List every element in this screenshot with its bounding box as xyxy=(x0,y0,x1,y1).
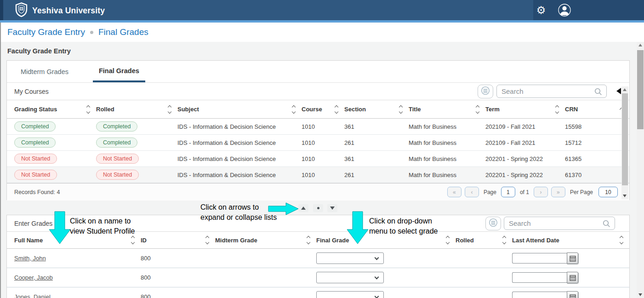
column-header-last-attend-date[interactable]: Last Attend Date xyxy=(512,236,629,244)
column-header-term[interactable]: Term xyxy=(485,106,565,113)
calendar-button[interactable] xyxy=(567,252,578,264)
student-name-link[interactable]: Smith, John xyxy=(14,255,46,262)
collapse-list-button[interactable] xyxy=(327,204,337,212)
prev-page-button[interactable]: ‹ xyxy=(465,187,479,197)
last-attend-date-input[interactable] xyxy=(512,272,567,283)
grades-grid-button[interactable] xyxy=(485,217,501,230)
sort-icon[interactable] xyxy=(446,236,449,244)
course-row[interactable]: Not Started Not Started IDS - Informatio… xyxy=(7,167,629,183)
sort-icon[interactable] xyxy=(556,106,559,113)
last-page-button[interactable]: » xyxy=(551,187,565,197)
user-profile-icon[interactable] xyxy=(558,3,571,17)
first-page-button[interactable]: « xyxy=(447,187,462,197)
rolled-status-badge: Not Started xyxy=(96,154,139,164)
grades-search-input[interactable] xyxy=(504,217,615,229)
sort-icon[interactable] xyxy=(620,236,623,244)
column-header-title[interactable]: Title xyxy=(409,106,485,113)
panel-collapse-arrow-icon[interactable] xyxy=(616,88,621,94)
subject-cell: IDS - Information & Decision Science xyxy=(177,123,302,130)
tab-final-grades[interactable]: Final Grades xyxy=(93,61,145,82)
final-grade-select[interactable] xyxy=(316,272,384,283)
scroll-up-icon[interactable] xyxy=(623,88,627,91)
sort-icon[interactable] xyxy=(476,106,479,113)
tab-midterm-grades[interactable]: Midterm Grades xyxy=(21,61,74,82)
courses-grid-button[interactable] xyxy=(478,85,493,98)
final-grade-select[interactable] xyxy=(316,291,384,298)
column-header-subject[interactable]: Subject xyxy=(177,106,302,113)
calendar-icon xyxy=(570,275,576,281)
grade-tabs: Midterm Grades Final Grades xyxy=(7,61,629,83)
column-header-full-name[interactable]: Full Name xyxy=(14,236,141,244)
course-row[interactable]: Not Started Not Started IDS - Informatio… xyxy=(7,151,629,167)
annotation-arrow-down-icon xyxy=(346,211,369,245)
page-title: Faculty Grade Entry xyxy=(7,47,71,55)
per-page-label: Per Page xyxy=(570,189,593,195)
column-header-rolled[interactable]: Rolled xyxy=(96,106,177,113)
pagination: « ‹ Page of 1 › » Per Page xyxy=(447,187,618,197)
calendar-button[interactable] xyxy=(567,291,578,298)
column-header-rolled[interactable]: Rolled xyxy=(456,236,512,244)
brand-name: Yeshiva University xyxy=(32,6,105,16)
subject-cell: IDS - Information & Decision Science xyxy=(177,172,302,178)
course-cell: 1010 xyxy=(302,139,344,146)
next-page-button[interactable]: › xyxy=(534,187,548,197)
courses-scrollbar-thumb[interactable] xyxy=(622,93,628,185)
splitter-drag-handle[interactable] xyxy=(313,204,323,212)
calendar-button[interactable] xyxy=(567,272,578,283)
column-header-midterm-grade[interactable]: Midterm Grade xyxy=(215,236,316,244)
rolled-status-badge: Not Started xyxy=(96,170,139,180)
grading-status-badge: Completed xyxy=(14,138,56,148)
sort-icon[interactable] xyxy=(292,106,295,113)
page-scrollbar-thumb[interactable] xyxy=(637,50,644,129)
sort-icon[interactable] xyxy=(206,236,209,244)
settings-gear-icon[interactable]: ⚙ xyxy=(535,4,547,17)
last-attend-date-input[interactable] xyxy=(512,253,567,264)
course-cell: 1010 xyxy=(302,155,344,162)
page-number-input[interactable] xyxy=(501,187,515,197)
student-name-link[interactable]: Cooper, Jacob xyxy=(14,274,53,281)
column-header-grading-status[interactable]: Grading Status xyxy=(14,106,96,113)
sort-icon[interactable] xyxy=(335,106,338,113)
annotation-dropdown-grade: Click on drop-down menu to select grade xyxy=(369,216,438,236)
last-attend-date-input[interactable] xyxy=(512,292,567,298)
column-header-section[interactable]: Section xyxy=(344,106,409,113)
expand-list-button[interactable] xyxy=(298,204,308,212)
sort-icon[interactable] xyxy=(168,106,171,113)
sort-icon[interactable] xyxy=(399,106,402,113)
title-cell: Math for Business xyxy=(409,172,485,178)
scroll-down-icon[interactable] xyxy=(638,293,642,296)
column-header-id[interactable]: ID xyxy=(141,236,215,244)
scroll-up-icon[interactable] xyxy=(638,44,642,46)
window-left-edge xyxy=(0,23,1,298)
rolled-status-badge: Completed xyxy=(96,121,137,132)
university-brand[interactable]: Yeshiva University xyxy=(15,2,105,19)
final-grade-select[interactable] xyxy=(316,252,384,264)
student-name-link[interactable]: Jones, Daniel xyxy=(14,293,51,298)
course-row[interactable]: Completed Completed IDS - Information & … xyxy=(7,135,629,151)
breadcrumb-faculty-grade-entry[interactable]: Faculty Grade Entry xyxy=(7,27,85,37)
breadcrumb-separator-dot xyxy=(90,31,93,34)
sort-icon[interactable] xyxy=(307,236,310,244)
per-page-input[interactable] xyxy=(598,187,618,197)
page-scrollbar[interactable] xyxy=(637,42,644,298)
course-row[interactable]: Completed Completed IDS - Information & … xyxy=(7,119,629,135)
column-header-final-grade[interactable]: Final Grade xyxy=(316,236,456,244)
courses-scrollbar[interactable] xyxy=(621,86,628,199)
my-courses-toolbar: My Courses xyxy=(7,83,629,100)
section-cell: 261 xyxy=(344,172,409,178)
dot-icon xyxy=(317,207,319,209)
scroll-down-icon[interactable] xyxy=(623,195,627,197)
column-header-course[interactable]: Course xyxy=(302,106,344,113)
sort-icon[interactable] xyxy=(503,236,506,244)
term-cell: 202109 - Fall 2021 xyxy=(485,139,565,146)
sort-icon[interactable] xyxy=(87,106,90,113)
section-cell: 361 xyxy=(344,155,409,162)
records-found-label: Records Found: 4 xyxy=(14,189,60,195)
breadcrumb-final-grades: Final Grades xyxy=(98,27,148,37)
sort-icon[interactable] xyxy=(131,236,134,244)
grading-status-badge: Not Started xyxy=(14,170,57,180)
section-cell: 261 xyxy=(344,139,409,146)
courses-search-input[interactable] xyxy=(497,85,606,97)
top-navbar: Yeshiva University ⚙ xyxy=(0,0,644,20)
column-header-crn[interactable]: CRN xyxy=(565,106,629,113)
